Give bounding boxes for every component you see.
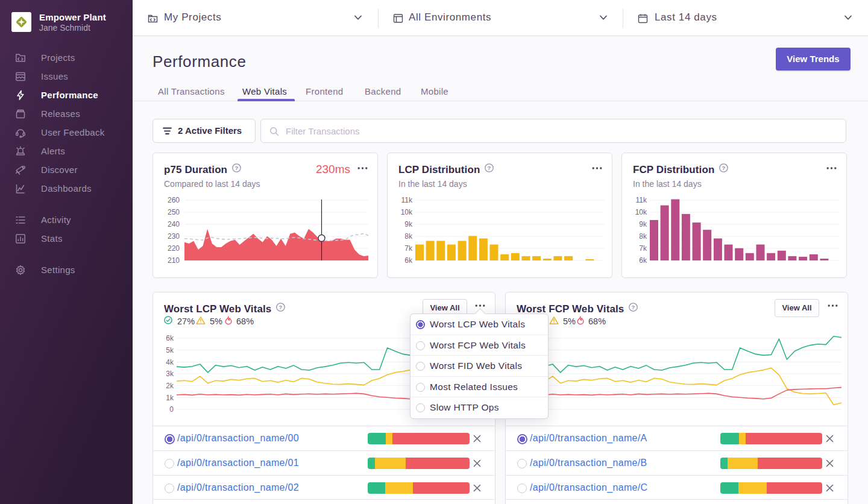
svg-text:5k: 5k	[166, 346, 174, 354]
svg-text:11k: 11k	[636, 196, 647, 204]
svg-text:1k: 1k	[166, 394, 174, 402]
svg-text:250: 250	[168, 208, 180, 216]
svg-text:9k: 9k	[639, 220, 647, 228]
svg-text:210: 210	[168, 256, 180, 265]
svg-text:6k: 6k	[404, 256, 413, 265]
svg-text:4k: 4k	[166, 358, 174, 367]
svg-text:?: ?	[234, 165, 238, 171]
svg-text:6k: 6k	[166, 334, 174, 342]
svg-text:8k: 8k	[639, 232, 647, 241]
svg-text:7k: 7k	[639, 244, 647, 253]
svg-text:?: ?	[488, 165, 491, 171]
svg-text:0: 0	[169, 405, 174, 414]
svg-text:9k: 9k	[404, 220, 413, 228]
svg-text:?: ?	[279, 304, 283, 310]
svg-text:3k: 3k	[166, 370, 174, 378]
svg-text:8k: 8k	[404, 232, 413, 241]
svg-text:11k: 11k	[401, 196, 413, 204]
svg-text:6k: 6k	[639, 256, 647, 265]
svg-text:?: ?	[632, 304, 635, 310]
svg-text:?: ?	[722, 165, 726, 171]
svg-text:2k: 2k	[166, 382, 174, 390]
svg-text:10k: 10k	[635, 208, 647, 216]
svg-text:7k: 7k	[404, 244, 413, 253]
svg-text:240: 240	[168, 220, 180, 228]
svg-text:220: 220	[168, 244, 180, 253]
svg-text:10k: 10k	[401, 208, 413, 216]
svg-text:260: 260	[168, 196, 180, 204]
svg-text:230: 230	[168, 232, 180, 241]
